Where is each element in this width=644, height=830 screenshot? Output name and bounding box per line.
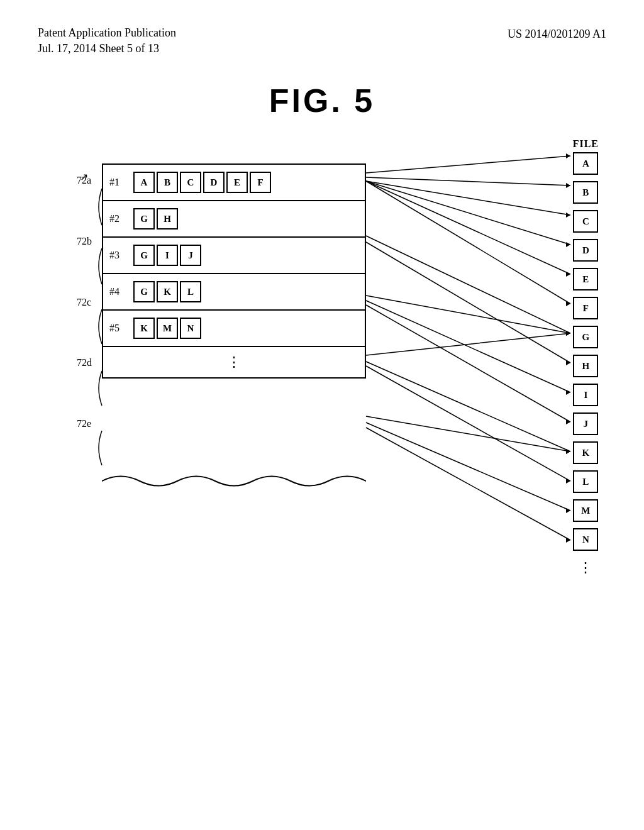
playlist-table: #1 A B C D E F #2 G H #3 G I J #4 G K L (102, 163, 366, 379)
row-number-3: #3 (109, 250, 127, 261)
svg-line-8 (366, 181, 570, 274)
file-box-N: N (573, 528, 598, 551)
svg-marker-21 (566, 419, 570, 424)
playlist-row-4: #4 G K L (103, 274, 365, 311)
row-number-1: #1 (109, 177, 127, 188)
dots-row: ⋮ (103, 347, 365, 379)
cell-5-N: N (180, 318, 201, 339)
cell-1-C: C (180, 172, 201, 193)
cell-3-J: J (180, 245, 201, 266)
row-number-5: #5 (109, 323, 127, 334)
svg-line-16 (366, 296, 570, 333)
svg-line-20 (366, 305, 570, 422)
svg-line-24 (366, 362, 570, 451)
file-box-L: L (573, 470, 598, 493)
bracket-svg (74, 163, 108, 478)
svg-line-28 (366, 416, 570, 451)
cell-1-B: B (157, 172, 178, 193)
wavy-line (102, 472, 366, 493)
svg-marker-33 (566, 538, 570, 543)
file-box-C: C (573, 210, 598, 233)
svg-marker-5 (566, 213, 570, 218)
file-box-M: M (573, 499, 598, 522)
svg-line-32 (366, 428, 570, 540)
svg-marker-25 (566, 449, 570, 454)
cell-3-I: I (157, 245, 178, 266)
svg-marker-11 (566, 301, 570, 306)
file-box-I: I (573, 384, 598, 406)
diagram: #1 A B C D E F #2 G H #3 G I J #4 G K L (39, 138, 605, 755)
cell-4-L: L (180, 281, 201, 302)
publication-title: Patent Application Publication (38, 25, 176, 41)
svg-marker-23 (566, 331, 570, 336)
svg-line-6 (366, 181, 570, 245)
file-column: FILE A B C D E F G H I J K L M N ⋮ (573, 138, 599, 576)
svg-marker-7 (566, 242, 570, 247)
file-box-G: G (573, 326, 598, 348)
svg-marker-31 (566, 508, 570, 513)
svg-marker-9 (566, 272, 570, 277)
playlist-row-1: #1 A B C D E F (103, 165, 365, 201)
svg-line-14 (366, 242, 570, 363)
svg-marker-3 (566, 183, 570, 188)
playlist-row-3: #3 G I J (103, 238, 365, 274)
page-header: Patent Application Publication Jul. 17, … (0, 0, 644, 57)
svg-marker-1 (566, 153, 570, 158)
svg-marker-19 (566, 390, 570, 395)
file-box-E: E (573, 268, 598, 290)
svg-line-10 (366, 181, 570, 304)
cell-4-G: G (133, 281, 155, 302)
file-continuation-dots: ⋮ (579, 560, 592, 576)
continuation-dots: ⋮ (227, 354, 241, 370)
svg-marker-15 (566, 360, 570, 365)
cell-2-G: G (133, 208, 155, 230)
svg-marker-17 (566, 331, 570, 336)
publication-date: Jul. 17, 2014 Sheet 5 of 13 (38, 41, 176, 57)
svg-marker-13 (566, 331, 570, 336)
file-box-F: F (573, 297, 598, 319)
svg-marker-27 (566, 479, 570, 484)
svg-line-22 (366, 333, 570, 355)
row-number-2: #2 (109, 213, 127, 224)
cell-5-K: K (133, 318, 155, 339)
playlist-row-5: #5 K M N (103, 311, 365, 347)
svg-line-30 (366, 423, 570, 511)
cell-2-H: H (157, 208, 178, 230)
svg-line-18 (366, 301, 570, 392)
cell-1-E: E (226, 172, 248, 193)
svg-line-4 (366, 181, 570, 215)
svg-line-26 (366, 366, 570, 481)
svg-marker-29 (566, 449, 570, 454)
playlist-row-2: #2 G H (103, 201, 365, 238)
row-number-4: #4 (109, 286, 127, 297)
cell-1-D: D (203, 172, 225, 193)
cell-3-G: G (133, 245, 155, 266)
file-box-H: H (573, 355, 598, 377)
cell-1-F: F (250, 172, 271, 193)
file-box-J: J (573, 412, 598, 435)
file-box-A: A (573, 152, 598, 175)
header-left: Patent Application Publication Jul. 17, … (38, 25, 176, 57)
svg-line-2 (366, 177, 570, 185)
file-box-K: K (573, 441, 598, 464)
file-box-B: B (573, 181, 598, 204)
cell-5-M: M (157, 318, 178, 339)
svg-line-12 (366, 236, 570, 333)
file-label: FILE (573, 138, 599, 150)
cell-4-K: K (157, 281, 178, 302)
header-right: US 2014/0201209 A1 (508, 25, 606, 43)
cell-1-A: A (133, 172, 155, 193)
patent-number: US 2014/0201209 A1 (508, 25, 606, 43)
figure-title: FIG. 5 (0, 82, 644, 119)
svg-line-0 (366, 156, 570, 173)
file-box-D: D (573, 239, 598, 262)
